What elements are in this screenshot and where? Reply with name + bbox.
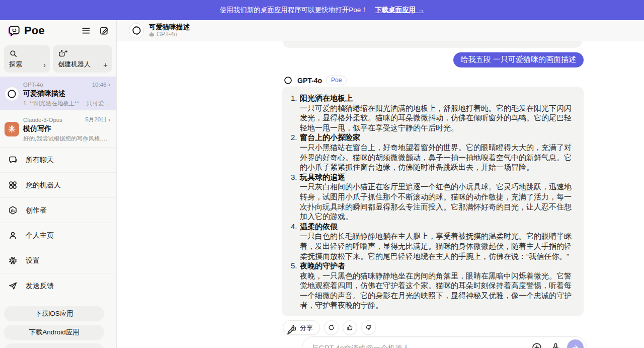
sidebar-item-your-bots[interactable]: 您的机器人 xyxy=(0,172,116,197)
bot-message-bubble: 1. 阳光洒在地板上 一只可爱的橘猫蜷缩在阳光洒满的地板上，舒服地打着盹。它的毛… xyxy=(282,87,584,316)
menu-label: 所有聊天 xyxy=(26,156,54,165)
chat-item-cute-cat[interactable]: GPT-4o 10:46 › 可爱猫咪描述 1. **阳光洒在地板上** 一只可… xyxy=(0,77,116,110)
new-chat-button[interactable] xyxy=(99,26,109,36)
create-bot-card[interactable]: 创建机器人 + xyxy=(53,45,112,73)
voice-input-button[interactable] xyxy=(550,342,561,348)
chat-bot-name: GPT-4o xyxy=(23,82,43,88)
menu-label: 您的机器人 xyxy=(26,181,61,190)
chat-item-imitate-writing[interactable]: Claude-3-Opus 5月20日 › 模仿写作 好的,我尝试根据您的写作风… xyxy=(0,112,116,146)
sidebar-item-creators[interactable]: 创作者 xyxy=(0,197,116,223)
banner-text: 使用我们新的桌面应用程序可以更快地打开Poe！ xyxy=(220,6,368,15)
gear-icon xyxy=(8,256,18,265)
description-section: 4. 温柔的依偎 一只白色的长毛猫静静地躺在主人腿上，享受着被抚摸的温柔时光。它… xyxy=(291,222,577,261)
create-bot-label: 创建机器人 xyxy=(58,60,91,69)
thumbs-down-button[interactable] xyxy=(361,320,376,335)
chat-bot-name: Claude-3-Opus xyxy=(23,117,62,123)
bot-message-header: GPT-4o Poe xyxy=(283,75,347,86)
message-input[interactable] xyxy=(302,336,587,348)
thumbs-up-icon xyxy=(346,324,354,331)
section-body: 一只灰白相间的小猫正在客厅里追逐一个红色的小玩具球。它灵巧地跳跃，迅速地转身，试… xyxy=(300,182,577,221)
section-body: 夜晚，一只黑色的猫咪静静地坐在房间的角落里，眼睛在黑暗中闪烁着微光。它警觉地观察… xyxy=(300,271,577,310)
sidebar-item-all-chats[interactable]: 所有聊天 xyxy=(0,147,116,172)
section-number: 2. xyxy=(291,132,300,172)
description-section: 5. 夜晚的守护者 夜晚，一只黑色的猫咪静静地坐在房间的角落里，眼睛在黑暗中闪烁… xyxy=(291,261,577,310)
explore-card[interactable]: 探索 › xyxy=(4,45,50,73)
sidebar-item-send-feedback[interactable]: 发送反馈 xyxy=(0,273,116,298)
chat-time: 10:46 xyxy=(92,82,107,88)
menu-label: 发送反馈 xyxy=(26,282,54,291)
sidebar-item-settings[interactable]: 设置 xyxy=(0,248,116,273)
menu-label: 设置 xyxy=(26,256,40,265)
banner-download-link[interactable]: 下载桌面应用 → xyxy=(375,6,424,15)
chat-preview: 好的,我尝试根据您的写作风格,创作一... xyxy=(23,135,110,143)
chats-icon xyxy=(8,155,18,165)
sidebar-item-profile[interactable]: 个人主页 xyxy=(0,223,116,248)
claude-avatar xyxy=(5,122,19,136)
poe-logo[interactable]: Poe xyxy=(7,24,45,37)
poe-badge[interactable]: Poe xyxy=(326,76,347,85)
menu-label: 创作者 xyxy=(26,206,47,215)
poe-logo-text: Poe xyxy=(24,24,45,37)
chevron-right-icon: › xyxy=(108,116,110,123)
gpt-avatar xyxy=(129,23,144,38)
desktop-app-banner: 使用我们新的桌面应用程序可以更快地打开Poe！ 下载桌面应用 → xyxy=(0,0,644,20)
chat-history-list: GPT-4o 10:46 › 可爱猫咪描述 1. **阳光洒在地板上** 一只可… xyxy=(0,77,116,147)
sidebar: Poe xyxy=(0,20,117,348)
thumbs-up-button[interactable] xyxy=(343,320,357,335)
sidebar-collapse-button[interactable] xyxy=(81,26,91,36)
section-title: 温柔的依偎 xyxy=(300,222,577,232)
regenerate-button[interactable] xyxy=(324,320,339,335)
gpt-avatar xyxy=(283,75,293,86)
section-number: 3. xyxy=(291,172,300,222)
send-arrow-icon xyxy=(571,343,580,348)
section-body: 一只可爱的橘猫蜷缩在阳光洒满的地板上，舒服地打着盹。它的毛发在阳光下闪闪发光，显… xyxy=(300,103,577,133)
poe-logo-icon xyxy=(7,24,21,37)
robot-plus-icon xyxy=(58,49,108,58)
section-number: 5. xyxy=(291,261,300,310)
user-message-bubble[interactable]: 给我五段 一只可爱猫咪的画面描述 xyxy=(453,52,584,67)
section-title: 阳光洒在地板上 xyxy=(300,93,577,103)
message-actions: 分享 xyxy=(283,320,376,335)
section-number: 1. xyxy=(291,93,300,132)
description-section: 1. 阳光洒在地板上 一只可爱的橘猫蜷缩在阳光洒满的地板上，舒服地打着盹。它的毛… xyxy=(291,93,577,132)
section-number: 4. xyxy=(291,222,300,261)
section-title: 玩具球的追逐 xyxy=(300,172,577,182)
bot-name: GPT-4o xyxy=(297,77,322,85)
plus-icon: + xyxy=(103,61,108,68)
bot-badge-icon xyxy=(149,32,154,37)
section-body: 一只小黑猫站在窗台上，好奇地望着窗外的世界。它的眼睛瞪得大大的，充满了对外界的好… xyxy=(300,143,577,172)
download-android-button[interactable]: 下载Android应用 xyxy=(4,325,104,340)
person-icon xyxy=(8,231,18,240)
chat-header-model: GPT-4o xyxy=(156,31,177,38)
explore-label: 探索 xyxy=(9,60,22,69)
plus-circle-icon xyxy=(531,342,542,348)
refresh-icon xyxy=(328,324,335,331)
sidebar-header: Poe xyxy=(0,20,116,41)
download-ios-button[interactable]: 下载iOS应用 xyxy=(4,306,104,321)
description-section: 2. 窗台上的小探险家 一只小黑猫站在窗台上，好奇地望着窗外的世界。它的眼睛瞪得… xyxy=(291,132,577,172)
download-extra-button[interactable] xyxy=(4,343,104,348)
chevron-right-icon: › xyxy=(108,81,110,88)
search-icon xyxy=(9,49,46,58)
creators-icon xyxy=(8,205,18,215)
chat-preview: 1. **阳光洒在地板上** 一只可爱的橘... xyxy=(23,100,110,107)
description-section: 3. 玩具球的追逐 一只灰白相间的小猫正在客厅里追逐一个红色的小玩具球。它灵巧地… xyxy=(291,172,577,222)
menu-label: 个人主页 xyxy=(26,231,54,240)
chat-title: 模仿写作 xyxy=(23,124,110,134)
microphone-icon xyxy=(550,342,561,348)
gpt-avatar xyxy=(5,87,19,101)
thumbs-down-icon xyxy=(365,324,372,331)
section-body: 一只白色的长毛猫静静地躺在主人腿上，享受着被抚摸的温柔时光。它的眼睛半眯着，发出… xyxy=(300,231,577,261)
message-input-area xyxy=(302,336,587,348)
chat-title: 可爱猫咪描述 xyxy=(23,89,110,99)
chevron-right-icon: › xyxy=(43,61,46,68)
attach-button[interactable] xyxy=(531,342,542,348)
share-label: 分享 xyxy=(300,323,313,332)
previous-message-partial xyxy=(283,41,582,48)
bots-grid-icon xyxy=(8,180,18,190)
chat-time: 5月20日 xyxy=(85,116,106,123)
chat-header-title: 可爱猫咪描述 xyxy=(149,23,190,31)
chat-main: 可爱猫咪描述 GPT-4o 给我五段 一只可爱猫咪的画面描述 xyxy=(117,20,644,348)
section-title: 夜晚的守护者 xyxy=(300,261,577,271)
pen-icon[interactable] xyxy=(286,325,296,336)
